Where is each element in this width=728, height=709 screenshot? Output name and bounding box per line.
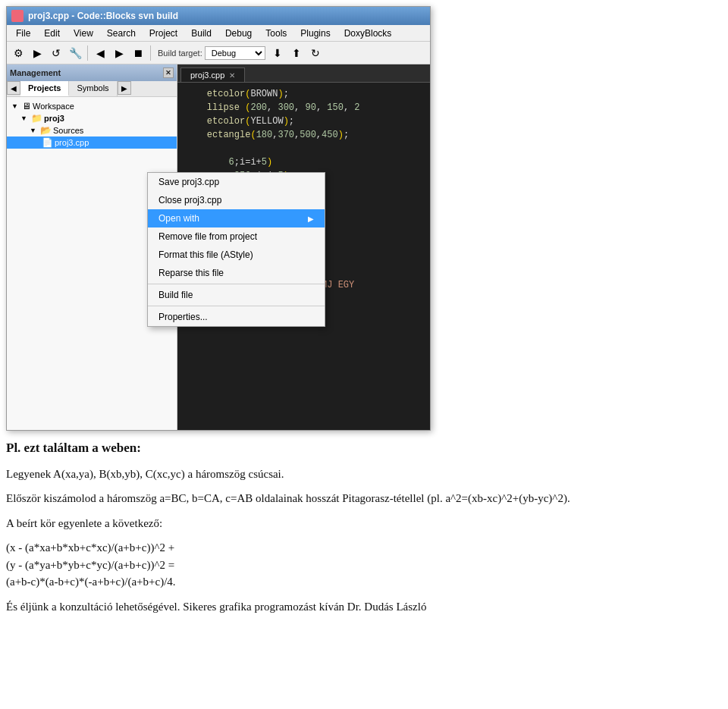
code-line-2: llipse (200, 300, 90, 150, 2 (185, 101, 422, 115)
ctx-reparse[interactable]: Reparse this file (148, 264, 325, 282)
ctx-separator-2 (148, 306, 325, 306)
text-closing: És éljünk a konzultáció lehetőségével. S… (6, 598, 722, 616)
editor-tab-proj3cpp[interactable]: proj3.cpp ✕ (180, 67, 245, 82)
menu-file[interactable]: File (10, 27, 36, 40)
ctx-build[interactable]: Build file (148, 286, 325, 304)
panel-close-button[interactable]: ✕ (163, 67, 174, 78)
menu-bar: File Edit View Search Project Build Debu… (7, 25, 430, 42)
panel-tabs: ◀ Projects Symbols ▶ (7, 81, 177, 97)
menu-search[interactable]: Search (101, 27, 142, 40)
sources-arrow-icon: ▼ (30, 127, 39, 134)
app-icon (11, 10, 24, 22)
title-bar: proj3.cpp - Code::Blocks svn build (7, 7, 430, 25)
toolbar-separator2 (150, 45, 151, 61)
menu-edit[interactable]: Edit (38, 27, 66, 40)
workspace-icon: 🖥 (22, 101, 31, 111)
ctx-reparse-label: Reparse this file (158, 268, 224, 278)
build-target-select[interactable]: Debug Release (205, 46, 265, 60)
sources-icon: 📂 (40, 125, 52, 136)
toolbar-arrow-right-icon[interactable]: ▶ (111, 45, 127, 61)
code-line-5 (185, 142, 422, 155)
tree-workspace[interactable]: ▼ 🖥 Workspace (7, 100, 177, 112)
proj3-label: proj3 (44, 114, 64, 123)
toolbar: ⚙ ▶ ↺ 🔧 ◀ ▶ ⏹ Build target: Debug Releas… (7, 42, 430, 64)
ctx-remove[interactable]: Remove file from project (148, 227, 325, 246)
panel-title: Management (10, 68, 61, 77)
panel-nav-right[interactable]: ▶ (118, 81, 131, 95)
editor-tabs: proj3.cpp ✕ (177, 64, 430, 83)
ctx-build-label: Build file (158, 290, 193, 300)
workspace-arrow-icon: ▼ (11, 102, 20, 110)
proj3-arrow-icon: ▼ (20, 115, 30, 122)
text-line1: Legyenek A(xa,ya), B(xb,yb), C(xc,yc) a … (6, 466, 722, 483)
toolbar-refresh-icon[interactable]: ↻ (307, 45, 324, 61)
toolbar-reload-icon[interactable]: ↺ (48, 45, 64, 61)
tree-proj3[interactable]: ▼ 📁 proj3 (7, 112, 177, 124)
code-line-6: 6;i=i+5) (185, 155, 422, 169)
ctx-remove-label: Remove file from project (158, 231, 257, 242)
ctx-save[interactable]: Save proj3.cpp (148, 173, 325, 191)
text-intro: Pl. ezt találtam a weben: (6, 438, 722, 458)
toolbar-settings-icon[interactable]: ⚙ (10, 45, 27, 61)
context-menu: Save proj3.cpp Close proj3.cpp Open with… (147, 172, 325, 327)
text-line2: Először kiszámolod a háromszög a=BC, b=C… (6, 490, 722, 507)
file-icon: 📄 (42, 137, 53, 148)
text-line3: A beírt kör egyenlete a következő: (6, 515, 722, 532)
build-target-label: Build target: (158, 49, 202, 58)
text-formula1: (x - (a*xa+b*xb+c*xc)/(a+b+c))^2 + (6, 541, 174, 554)
panel-nav-left[interactable]: ◀ (7, 81, 20, 95)
ctx-close-label: Close proj3.cpp (158, 195, 221, 205)
ctx-open-with-label: Open with (158, 213, 199, 224)
menu-project[interactable]: Project (143, 27, 184, 40)
code-line-3: etcolor(YELLOW); (185, 115, 422, 128)
ctx-save-label: Save proj3.cpp (158, 177, 219, 187)
text-formula: (x - (a*xa+b*xb+c*xc)/(a+b+c))^2 + (y - … (6, 539, 722, 591)
sources-label: Sources (53, 126, 83, 135)
ctx-separator-1 (148, 284, 325, 284)
tree-sources[interactable]: ▼ 📂 Sources (7, 124, 177, 136)
ctx-open-with[interactable]: Open with ▶ (148, 209, 325, 227)
ide-window: proj3.cpp - Code::Blocks svn build File … (6, 6, 431, 431)
toolbar-down-icon[interactable]: ⬇ (269, 45, 286, 61)
toolbar-up-icon[interactable]: ⬆ (288, 45, 305, 61)
tab-symbols[interactable]: Symbols (69, 81, 117, 96)
toolbar-build-icon[interactable]: 🔧 (67, 45, 83, 61)
code-line-1: etcolor(BROWN); (185, 87, 422, 101)
text-content-area: Pl. ezt találtam a weben: Legyenek A(xa,… (6, 438, 722, 623)
toolbar-arrow-left-icon[interactable]: ◀ (92, 45, 108, 61)
ctx-format-label: Format this file (AStyle) (158, 249, 253, 260)
menu-doxyblocks[interactable]: DoxyBlocks (338, 27, 398, 40)
ctx-properties[interactable]: Properties... (148, 308, 325, 326)
proj3-icon: 📁 (31, 113, 42, 124)
toolbar-run-icon[interactable]: ▶ (29, 45, 46, 61)
menu-build[interactable]: Build (185, 27, 218, 40)
menu-tools[interactable]: Tools (259, 27, 293, 40)
workspace-label: Workspace (33, 102, 74, 111)
toolbar-separator (87, 45, 88, 61)
ide-body: Management ✕ ◀ Projects Symbols ▶ ▼ 🖥 Wo… (7, 64, 430, 430)
text-formula3: (a+b-c)*(a-b+c)*(-a+b+c)/(a+b+c)/4. (6, 576, 176, 588)
menu-view[interactable]: View (67, 27, 99, 40)
tree-file-proj3cpp[interactable]: 📄 proj3.cpp (7, 136, 177, 149)
window-title: proj3.cpp - Code::Blocks svn build (28, 11, 178, 21)
tab-projects[interactable]: Projects (20, 81, 69, 96)
menu-debug[interactable]: Debug (219, 27, 258, 40)
code-line-4: ectangle(180,370,500,450); (185, 128, 422, 142)
panel-title-bar: Management ✕ (7, 64, 177, 81)
file-label: proj3.cpp (55, 138, 89, 147)
editor-tab-label: proj3.cpp (190, 71, 224, 80)
ctx-close[interactable]: Close proj3.cpp (148, 191, 325, 209)
toolbar-stop-icon[interactable]: ⏹ (130, 45, 146, 61)
build-target-group: Build target: Debug Release (158, 46, 265, 60)
ctx-properties-label: Properties... (158, 312, 208, 322)
text-formula2: (y - (a*ya+b*yb+c*yc)/(a+b+c))^2 = (6, 559, 174, 571)
menu-plugins[interactable]: Plugins (294, 27, 336, 40)
ctx-format[interactable]: Format this file (AStyle) (148, 246, 325, 264)
ctx-open-with-arrow-icon: ▶ (308, 215, 314, 223)
editor-tab-close-icon[interactable]: ✕ (229, 71, 235, 80)
